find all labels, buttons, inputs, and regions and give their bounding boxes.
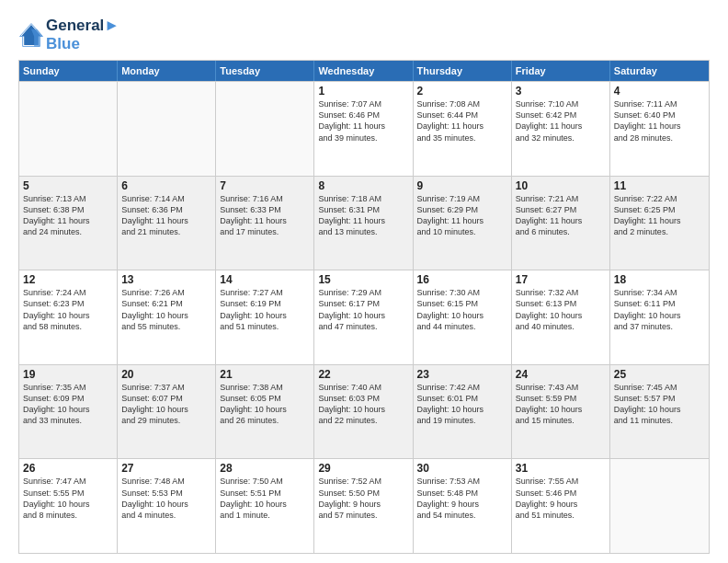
calendar-cell: 29Sunrise: 7:52 AM Sunset: 5:50 PM Dayli… (314, 459, 413, 553)
calendar-cell: 13Sunrise: 7:26 AM Sunset: 6:21 PM Dayli… (118, 270, 216, 364)
day-number: 22 (318, 368, 408, 381)
day-number: 13 (121, 273, 211, 286)
calendar: SundayMondayTuesdayWednesdayThursdayFrid… (18, 60, 710, 554)
day-number: 25 (614, 368, 705, 381)
day-number: 23 (417, 368, 507, 381)
day-number: 31 (516, 462, 606, 475)
day-info: Sunrise: 7:42 AM Sunset: 6:01 PM Dayligh… (417, 382, 507, 427)
day-info: Sunrise: 7:19 AM Sunset: 6:29 PM Dayligh… (417, 193, 507, 238)
calendar-week-row: 1Sunrise: 7:07 AM Sunset: 6:46 PM Daylig… (19, 81, 709, 176)
calendar-cell: 9Sunrise: 7:19 AM Sunset: 6:29 PM Daylig… (414, 177, 512, 270)
day-info: Sunrise: 7:29 AM Sunset: 6:17 PM Dayligh… (318, 287, 408, 332)
weekday-header: Wednesday (314, 61, 413, 81)
day-info: Sunrise: 7:53 AM Sunset: 5:48 PM Dayligh… (417, 476, 507, 521)
calendar-cell: 1Sunrise: 7:07 AM Sunset: 6:46 PM Daylig… (314, 82, 413, 176)
calendar-cell: 20Sunrise: 7:37 AM Sunset: 6:07 PM Dayli… (118, 365, 216, 459)
calendar-cell: 6Sunrise: 7:14 AM Sunset: 6:36 PM Daylig… (118, 177, 216, 270)
logo-text: General► Blue (46, 17, 119, 52)
day-number: 6 (121, 179, 211, 192)
day-number: 3 (516, 85, 606, 98)
calendar-week-row: 5Sunrise: 7:13 AM Sunset: 6:38 PM Daylig… (19, 176, 709, 270)
day-info: Sunrise: 7:30 AM Sunset: 6:15 PM Dayligh… (417, 287, 507, 332)
weekday-header: Saturday (610, 61, 709, 81)
day-info: Sunrise: 7:22 AM Sunset: 6:25 PM Dayligh… (614, 193, 705, 238)
day-info: Sunrise: 7:11 AM Sunset: 6:40 PM Dayligh… (614, 98, 705, 144)
day-info: Sunrise: 7:07 AM Sunset: 6:46 PM Dayligh… (318, 98, 408, 144)
day-number: 11 (614, 179, 705, 192)
day-info: Sunrise: 7:48 AM Sunset: 5:53 PM Dayligh… (121, 476, 211, 521)
weekday-header: Thursday (414, 61, 512, 81)
day-number: 4 (614, 85, 705, 98)
calendar-cell: 23Sunrise: 7:42 AM Sunset: 6:01 PM Dayli… (414, 365, 512, 459)
calendar-cell: 3Sunrise: 7:10 AM Sunset: 6:42 PM Daylig… (512, 82, 610, 176)
day-number: 26 (23, 462, 113, 475)
day-number: 14 (220, 273, 310, 286)
calendar-cell: 7Sunrise: 7:16 AM Sunset: 6:33 PM Daylig… (216, 177, 314, 270)
calendar-week-row: 19Sunrise: 7:35 AM Sunset: 6:09 PM Dayli… (19, 364, 709, 459)
day-number: 19 (23, 368, 113, 381)
day-info: Sunrise: 7:50 AM Sunset: 5:51 PM Dayligh… (220, 476, 310, 521)
calendar-cell: 18Sunrise: 7:34 AM Sunset: 6:11 PM Dayli… (610, 270, 709, 364)
day-number: 20 (121, 368, 211, 381)
day-info: Sunrise: 7:45 AM Sunset: 5:57 PM Dayligh… (614, 382, 705, 427)
day-number: 21 (220, 368, 310, 381)
header: General► Blue (18, 17, 710, 52)
day-number: 7 (220, 179, 310, 192)
calendar-body: 1Sunrise: 7:07 AM Sunset: 6:46 PM Daylig… (19, 81, 709, 553)
day-info: Sunrise: 7:24 AM Sunset: 6:23 PM Dayligh… (23, 287, 113, 332)
calendar-cell: 2Sunrise: 7:08 AM Sunset: 6:44 PM Daylig… (414, 82, 512, 176)
day-info: Sunrise: 7:32 AM Sunset: 6:13 PM Dayligh… (516, 287, 606, 332)
day-info: Sunrise: 7:37 AM Sunset: 6:07 PM Dayligh… (121, 382, 211, 427)
day-number: 29 (318, 462, 408, 475)
day-number: 12 (23, 273, 113, 286)
calendar-cell: 14Sunrise: 7:27 AM Sunset: 6:19 PM Dayli… (216, 270, 314, 364)
day-info: Sunrise: 7:10 AM Sunset: 6:42 PM Dayligh… (516, 98, 606, 144)
day-info: Sunrise: 7:27 AM Sunset: 6:19 PM Dayligh… (220, 287, 310, 332)
calendar-cell (118, 82, 216, 176)
calendar-cell: 5Sunrise: 7:13 AM Sunset: 6:38 PM Daylig… (19, 177, 118, 270)
day-info: Sunrise: 7:55 AM Sunset: 5:46 PM Dayligh… (516, 476, 606, 521)
calendar-cell: 31Sunrise: 7:55 AM Sunset: 5:46 PM Dayli… (512, 459, 610, 553)
day-number: 24 (516, 368, 606, 381)
calendar-cell: 17Sunrise: 7:32 AM Sunset: 6:13 PM Dayli… (512, 270, 610, 364)
day-number: 9 (417, 179, 507, 192)
calendar-week-row: 26Sunrise: 7:47 AM Sunset: 5:55 PM Dayli… (19, 458, 709, 553)
day-number: 8 (318, 179, 408, 192)
calendar-header: SundayMondayTuesdayWednesdayThursdayFrid… (19, 61, 709, 81)
day-info: Sunrise: 7:21 AM Sunset: 6:27 PM Dayligh… (516, 193, 606, 238)
day-number: 18 (614, 273, 705, 286)
day-number: 27 (121, 462, 211, 475)
day-number: 30 (417, 462, 507, 475)
logo-icon (18, 22, 44, 48)
weekday-header: Friday (512, 61, 610, 81)
calendar-cell: 16Sunrise: 7:30 AM Sunset: 6:15 PM Dayli… (414, 270, 512, 364)
day-number: 16 (417, 273, 507, 286)
day-number: 15 (318, 273, 408, 286)
page: General► Blue SundayMondayTuesdayWednesd… (0, 0, 728, 563)
calendar-cell: 11Sunrise: 7:22 AM Sunset: 6:25 PM Dayli… (610, 177, 709, 270)
calendar-cell: 19Sunrise: 7:35 AM Sunset: 6:09 PM Dayli… (19, 365, 118, 459)
calendar-cell: 21Sunrise: 7:38 AM Sunset: 6:05 PM Dayli… (216, 365, 314, 459)
logo: General► Blue (18, 17, 119, 52)
day-info: Sunrise: 7:40 AM Sunset: 6:03 PM Dayligh… (318, 382, 408, 427)
day-number: 28 (220, 462, 310, 475)
calendar-cell: 10Sunrise: 7:21 AM Sunset: 6:27 PM Dayli… (512, 177, 610, 270)
weekday-header: Tuesday (216, 61, 314, 81)
calendar-cell: 27Sunrise: 7:48 AM Sunset: 5:53 PM Dayli… (118, 459, 216, 553)
calendar-cell: 15Sunrise: 7:29 AM Sunset: 6:17 PM Dayli… (314, 270, 413, 364)
weekday-header: Sunday (19, 61, 118, 81)
day-info: Sunrise: 7:38 AM Sunset: 6:05 PM Dayligh… (220, 382, 310, 427)
day-info: Sunrise: 7:34 AM Sunset: 6:11 PM Dayligh… (614, 287, 705, 332)
day-info: Sunrise: 7:47 AM Sunset: 5:55 PM Dayligh… (23, 476, 113, 521)
day-info: Sunrise: 7:08 AM Sunset: 6:44 PM Dayligh… (417, 98, 507, 144)
day-info: Sunrise: 7:16 AM Sunset: 6:33 PM Dayligh… (220, 193, 310, 238)
weekday-header: Monday (118, 61, 216, 81)
day-number: 17 (516, 273, 606, 286)
calendar-cell (610, 459, 709, 553)
day-number: 2 (417, 85, 507, 98)
calendar-cell: 28Sunrise: 7:50 AM Sunset: 5:51 PM Dayli… (216, 459, 314, 553)
day-number: 5 (23, 179, 113, 192)
day-info: Sunrise: 7:52 AM Sunset: 5:50 PM Dayligh… (318, 476, 408, 521)
calendar-cell: 24Sunrise: 7:43 AM Sunset: 5:59 PM Dayli… (512, 365, 610, 459)
day-info: Sunrise: 7:35 AM Sunset: 6:09 PM Dayligh… (23, 382, 113, 427)
